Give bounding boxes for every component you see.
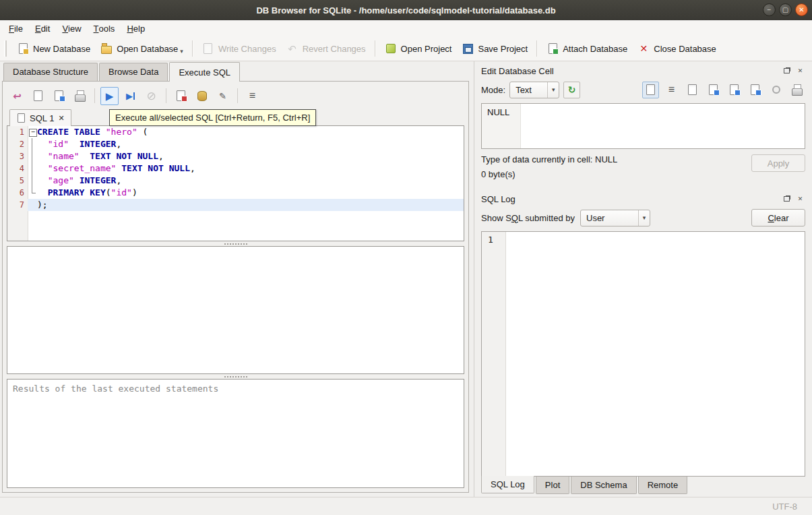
code-line-1[interactable]: 1CREATE TABLE "hero" ( bbox=[7, 126, 464, 138]
code-text: "secret_name" TEXT NOT NULL, bbox=[37, 162, 464, 175]
toolbar-separator bbox=[192, 40, 193, 57]
fold-marker bbox=[28, 162, 37, 175]
menu-file[interactable]: File bbox=[3, 20, 29, 36]
code-line-3[interactable]: 3 "name" TEXT NOT NULL, bbox=[7, 150, 464, 162]
sql-toolbar: ↩▶▶⊘✎≡ bbox=[7, 84, 464, 107]
execute-all-button[interactable]: ▶ bbox=[100, 87, 119, 105]
print-button[interactable] bbox=[71, 87, 89, 105]
revert-changes-button: ↶Revert Changes bbox=[281, 39, 371, 58]
code-line-2[interactable]: 2 "id" INTEGER, bbox=[7, 138, 464, 150]
set-null-button[interactable] bbox=[768, 82, 784, 98]
execute-line-button[interactable]: ▶ bbox=[121, 87, 139, 105]
menu-tools[interactable]: Tools bbox=[88, 20, 121, 36]
bottom-tab-remote[interactable]: Remote bbox=[638, 477, 688, 494]
auto-mode-button[interactable]: ↻ bbox=[563, 82, 580, 98]
toolbar-separator bbox=[536, 40, 537, 57]
save-sql-file-button[interactable] bbox=[29, 87, 47, 105]
bottom-tabbar: SQL LogPlotDB SchemaRemote bbox=[480, 477, 807, 497]
bottom-tab-plot[interactable]: Plot bbox=[536, 477, 569, 494]
attach-database-button[interactable]: Attach Database bbox=[541, 39, 632, 58]
open-database-icon bbox=[100, 42, 113, 55]
export-results-button[interactable] bbox=[193, 87, 211, 105]
bottom-tab-db-schema[interactable]: DB Schema bbox=[571, 477, 636, 494]
code-line-7[interactable]: 7); bbox=[7, 199, 464, 211]
fold-marker[interactable] bbox=[28, 126, 37, 138]
text-view-button[interactable] bbox=[642, 82, 659, 98]
import-file-button[interactable] bbox=[726, 82, 743, 98]
save-as-button[interactable] bbox=[705, 82, 722, 98]
word-wrap-button[interactable]: ≡ bbox=[663, 82, 680, 98]
minimize-button[interactable]: − bbox=[763, 3, 776, 16]
save-sql-as-button[interactable] bbox=[50, 87, 68, 105]
print-cell-icon bbox=[790, 83, 804, 96]
maximize-button[interactable]: ▢ bbox=[779, 3, 792, 16]
statusbar: UTF-8 bbox=[0, 497, 812, 515]
save-project-button[interactable]: Save Project bbox=[456, 39, 532, 58]
fold-marker bbox=[28, 199, 37, 211]
open-sql-file-icon: ↩ bbox=[11, 89, 24, 102]
execute-tooltip: Execute all/selected SQL [Ctrl+Return, F… bbox=[109, 109, 316, 126]
tab-database-structure[interactable]: Database Structure bbox=[3, 63, 98, 81]
execute-line-icon: ▶ bbox=[124, 89, 137, 102]
float-panel-icon[interactable] bbox=[782, 194, 792, 204]
open-project-button[interactable]: Open Project bbox=[379, 39, 457, 58]
execution-results-pane: Results of the last executed statements bbox=[7, 379, 464, 488]
import-file-icon bbox=[728, 83, 741, 96]
tab-execute-sql[interactable]: Execute SQL bbox=[169, 62, 240, 82]
line-number: 7 bbox=[7, 199, 28, 211]
code-line-5[interactable]: 5 "age" INTEGER, bbox=[7, 175, 464, 187]
open-database-button[interactable]: Open Database▾ bbox=[95, 39, 188, 58]
bottom-tab-sql-log[interactable]: SQL Log bbox=[481, 476, 534, 493]
query-results-grid bbox=[7, 246, 464, 374]
sql-code-editor[interactable]: 1CREATE TABLE "hero" (2 "id" INTEGER,3 "… bbox=[7, 125, 464, 241]
close-tab-icon[interactable]: ✕ bbox=[58, 114, 64, 123]
sql-file-icon bbox=[16, 113, 26, 123]
titlebar: DB Browser for SQLite - /home/user/code/… bbox=[0, 0, 812, 20]
export-file-icon bbox=[749, 83, 762, 96]
dropdown-arrow-icon[interactable]: ▾ bbox=[180, 48, 183, 55]
find-replace-button[interactable]: ✎ bbox=[214, 87, 232, 105]
menu-help[interactable]: Help bbox=[121, 20, 151, 36]
close-panel-icon[interactable]: ✕ bbox=[795, 194, 805, 204]
format-sql-button[interactable]: ≡ bbox=[243, 87, 261, 105]
menu-view[interactable]: View bbox=[56, 20, 87, 36]
open-project-icon bbox=[384, 42, 398, 55]
cell-value-editor[interactable]: NULL bbox=[481, 103, 805, 149]
sql-tab[interactable]: SQL 1 ✕ bbox=[9, 109, 71, 126]
cell-size-info: 0 byte(s) bbox=[481, 169, 751, 179]
code-line-6[interactable]: 6 PRIMARY KEY("id") bbox=[7, 187, 464, 199]
splitter-handle[interactable] bbox=[7, 374, 464, 379]
apply-button: Apply bbox=[751, 154, 805, 172]
clear-log-button[interactable]: Clear bbox=[751, 209, 805, 226]
line-number: 2 bbox=[7, 138, 28, 150]
save-as-icon bbox=[707, 83, 720, 96]
close-database-button[interactable]: ✕Close Database bbox=[632, 39, 721, 58]
float-panel-icon[interactable] bbox=[782, 66, 792, 75]
submitter-select[interactable]: User ▾ bbox=[580, 210, 650, 226]
export-file-button[interactable] bbox=[747, 82, 763, 98]
code-text: "id" INTEGER, bbox=[37, 138, 464, 150]
print-cell-button[interactable] bbox=[788, 82, 805, 98]
code-text: PRIMARY KEY("id") bbox=[37, 187, 464, 199]
menu-edit[interactable]: Edit bbox=[29, 20, 56, 36]
save-results-button[interactable] bbox=[172, 87, 190, 105]
splitter-handle[interactable] bbox=[7, 241, 464, 246]
new-database-button[interactable]: New Database bbox=[11, 39, 95, 58]
word-wrap-icon: ≡ bbox=[665, 83, 679, 96]
revert-changes-icon: ↶ bbox=[286, 42, 299, 55]
close-button[interactable]: ✕ bbox=[795, 3, 808, 16]
open-sql-file-button[interactable]: ↩ bbox=[8, 87, 26, 105]
fold-marker bbox=[28, 187, 37, 199]
close-panel-icon[interactable]: ✕ bbox=[795, 66, 805, 75]
tab-browse-data[interactable]: Browse Data bbox=[99, 63, 168, 81]
app-window: DB Browser for SQLite - /home/user/code/… bbox=[0, 0, 812, 515]
mode-select[interactable]: Text ▾ bbox=[509, 82, 559, 98]
close-database-label: Close Database bbox=[654, 44, 716, 54]
code-text: CREATE TABLE "hero" ( bbox=[37, 126, 464, 138]
find-replace-icon: ✎ bbox=[216, 89, 230, 102]
toolbar-drag-handle[interactable] bbox=[4, 40, 7, 57]
code-line-4[interactable]: 4 "secret_name" TEXT NOT NULL, bbox=[7, 162, 464, 175]
line-number: 1 bbox=[7, 126, 28, 138]
sql-log-area[interactable]: 1 bbox=[481, 231, 805, 477]
copy-button[interactable] bbox=[684, 82, 701, 98]
